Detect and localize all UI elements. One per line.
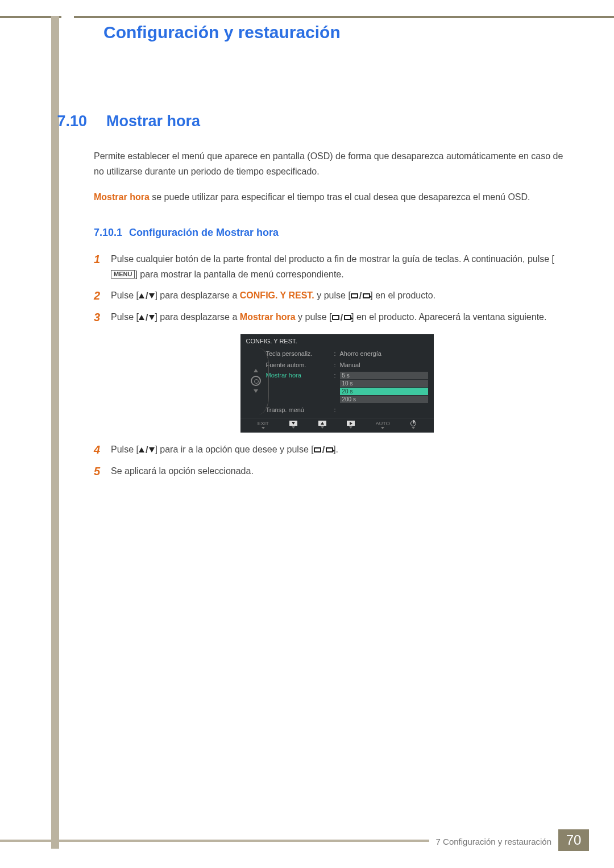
section-title: Mostrar hora [106,113,200,130]
osd-title: CONFIG. Y REST. [240,334,434,348]
step-3-text: Pulse [/] para desplazarse a Mostrar hor… [111,309,546,325]
osd-row-value: Manual [340,362,428,368]
osd-nav-auto: AUTO [376,421,390,429]
osd-nav-up-icon [318,421,326,429]
step-number-5: 5 [94,463,111,479]
step-3-highlight: Mostrar hora [240,312,296,322]
osd-option: 200 s [340,396,428,403]
osd-option: 10 s [340,380,428,387]
osd-options: 5 s 10 s 20 s 200 s [340,372,428,403]
osd-option: 5 s [340,372,428,379]
osd-row: Transp. menú : [266,405,428,414]
osd-nav-right-icon [347,421,355,429]
up-down-icon: / [139,446,155,455]
up-down-icon: / [139,292,155,301]
intro-paragraph-2-text: se puede utilizar para especificar el ti… [150,192,530,202]
step-number-1: 1 [94,251,111,267]
step-2-text: Pulse [/] para desplazarse a CONFIG. Y R… [111,288,435,303]
enter-icon: / [351,292,370,301]
osd-menu: Tecla personaliz. : Ahorro energía Fuent… [266,348,428,414]
osd-row-label: Fuente autom. [266,362,334,368]
step-2-highlight: CONFIG. Y REST. [240,290,314,300]
subsection-header: 7.10.1Configuración de Mostrar hora [94,227,580,239]
osd-row-label: Tecla personaliz. [266,350,334,357]
subsection-title: Configuración de Mostrar hora [129,227,279,238]
enter-icon: / [314,446,333,455]
osd-scroll-down-icon [254,389,258,393]
step-number-3: 3 [94,309,111,325]
page-title: Configuración y restauración [103,23,341,42]
intro-paragraph-1: Permite establecer el menú que aparece e… [94,148,574,179]
enter-icon: / [332,313,351,322]
footer-page-number: 70 [558,829,589,851]
osd-row-label: Transp. menú [266,406,334,413]
osd-nav-exit: EXIT [258,421,269,429]
footer-chapter: 7 Configuración y restauración [429,837,558,846]
up-down-icon: / [139,313,155,322]
osd-scroll-up-icon [254,369,258,372]
osd-nav: EXIT AUTO [240,418,434,433]
menu-button-label: MENU [111,270,135,279]
osd-panel: CONFIG. Y REST. Tecla personaliz. : Ahor… [240,334,434,433]
step-4-text: Pulse [/] para ir a la opción que desee … [111,442,338,457]
osd-row: Tecla personaliz. : Ahorro energía [266,349,428,358]
step-number-4: 4 [94,442,111,458]
step-1-text: Pulse cualquier botón de la parte fronta… [111,251,574,282]
osd-nav-down-icon [289,421,297,429]
osd-row: Fuente autom. : Manual [266,360,428,369]
osd-option-selected: 20 s [340,388,428,395]
footer-bar [0,840,429,842]
header-bar [0,16,614,18]
osd-row-active: Mostrar hora : 5 s 10 s 20 s 200 s [266,372,428,403]
step-5-text: Se aplicará la opción seleccionada. [111,463,254,479]
step-3: 3 Pulse [/] para desplazarse a Mostrar h… [94,309,574,325]
intro-highlight: Mostrar hora [94,192,150,202]
step-number-2: 2 [94,288,111,304]
osd-left-column [246,348,266,414]
step-2: 2 Pulse [/] para desplazarse a CONFIG. Y… [94,288,574,304]
step-4: 4 Pulse [/] para ir a la opción que dese… [94,442,574,458]
step-5: 5 Se aplicará la opción seleccionada. [94,463,574,479]
intro-paragraph-2: Mostrar hora se puede utilizar para espe… [94,189,574,205]
footer: 7 Configuración y restauración 70 [0,829,614,851]
osd-nav-power-icon [410,421,416,429]
step-1: 1 Pulse cualquier botón de la parte fron… [94,251,574,282]
osd-row-label-active: Mostrar hora [266,372,334,379]
osd-row-value: Ahorro energía [340,350,428,357]
subsection-number: 7.10.1 [94,227,122,238]
osd-arc [259,348,269,414]
section-number: 7.10 [44,113,87,130]
